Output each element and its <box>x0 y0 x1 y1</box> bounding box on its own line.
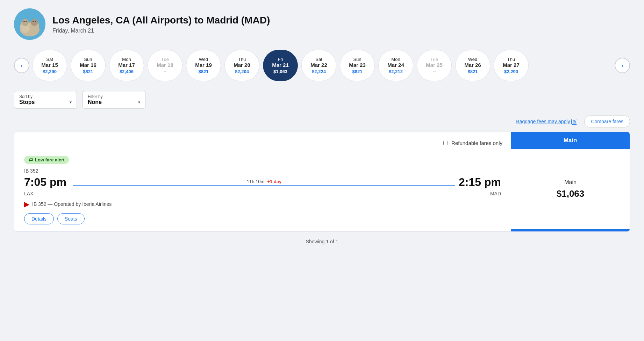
sort-value-row: Stops ▾ <box>19 99 72 105</box>
date-pill-day: Tue <box>430 57 438 62</box>
flight-line <box>73 185 455 186</box>
date-pill-mar-15[interactable]: SatMar 15$2,290 <box>32 50 67 81</box>
date-pill-mar-26[interactable]: WedMar 26$821 <box>455 50 490 81</box>
date-pill-price: $1,063 <box>273 69 287 74</box>
date-pill-mar-23[interactable]: SunMar 23$821 <box>340 50 375 81</box>
date-pill-price: $2,224 <box>312 69 326 74</box>
iberia-icon: ▶ <box>24 200 29 208</box>
svg-point-8 <box>23 21 25 22</box>
filter-chevron-down-icon: ▾ <box>138 100 140 105</box>
date-pill-price: $821 <box>199 69 209 74</box>
svg-point-9 <box>26 21 27 22</box>
airports-row: LAX MAD <box>24 191 501 196</box>
fare-panel-footer <box>511 229 630 231</box>
date-pill-date: Mar 17 <box>118 62 135 68</box>
svg-point-11 <box>35 21 36 22</box>
refundable-section: Refundable fares only <box>14 135 511 146</box>
date-pill-date: Mar 21 <box>272 62 289 68</box>
baggage-fees-link[interactable]: Baggage fees may apply ⊕ <box>516 119 577 125</box>
action-bar: Baggage fees may apply ⊕ Compare fares <box>14 116 630 127</box>
date-pill-date: Mar 26 <box>464 62 481 68</box>
date-pill-day: Mon <box>391 57 400 62</box>
operated-by-text: IB 352 — Operated by Iberia Airlines <box>32 201 112 207</box>
fare-price: $1,063 <box>557 188 585 199</box>
operated-by-row: ▶ IB 352 — Operated by Iberia Airlines <box>24 200 501 208</box>
date-pill-day: Thu <box>507 57 515 62</box>
date-pill-day: Mon <box>122 57 131 62</box>
date-pill-day: Sun <box>353 57 361 62</box>
fare-panel: Main $1,063 <box>511 149 630 231</box>
date-pill-mar-25[interactable]: TueMar 25-- <box>417 50 452 81</box>
date-pill-mar-16[interactable]: SunMar 16$821 <box>71 50 106 81</box>
date-pill-price: $821 <box>83 69 93 74</box>
details-button[interactable]: Details <box>24 213 54 224</box>
date-pill-day: Wed <box>468 57 478 62</box>
date-pill-day: Wed <box>199 57 208 62</box>
filter-label: Filter by <box>88 94 140 99</box>
date-pill-date: Mar 16 <box>80 62 96 68</box>
flight-line-wrapper: 11h 10m +1 day <box>70 179 459 186</box>
date-pill-mar-20[interactable]: ThuMar 20$2,204 <box>224 50 259 81</box>
date-pill-day: Sat <box>46 57 53 62</box>
seats-button[interactable]: Seats <box>57 213 85 224</box>
date-pill-mar-27[interactable]: ThuMar 27$2,290 <box>494 50 529 81</box>
sort-value: Stops <box>19 99 35 105</box>
refundable-checkbox[interactable] <box>443 141 448 145</box>
header-text-block: Los Angeles, CA (All Airports) to Madrid… <box>52 14 270 34</box>
date-pill-date: Mar 25 <box>426 62 443 68</box>
date-pill-price: $821 <box>352 69 363 74</box>
date-pill-day: Tue <box>161 57 169 62</box>
chevron-right-icon: › <box>621 62 623 69</box>
date-pill-mar-24[interactable]: MonMar 24$2,212 <box>378 50 413 81</box>
arrival-time: 2:15 pm <box>459 176 501 189</box>
carousel-next-button[interactable]: › <box>615 58 630 73</box>
flight-times-row: 7:05 pm 11h 10m +1 day 2:15 pm <box>24 176 501 189</box>
date-pill-mar-19[interactable]: WedMar 19$821 <box>186 50 221 81</box>
date-pill-price: $2,290 <box>43 69 57 74</box>
date-pill-date: Mar 20 <box>234 62 250 68</box>
filter-value-row: None ▾ <box>88 99 140 105</box>
date-pill-price: $2,212 <box>389 69 403 74</box>
svg-point-10 <box>33 21 34 22</box>
carousel-prev-button[interactable]: ‹ <box>14 58 29 73</box>
result-card-top: Refundable fares only Main <box>14 132 630 149</box>
filter-dropdown[interactable]: Filter by None ▾ <box>83 91 145 109</box>
sort-chevron-down-icon: ▾ <box>70 100 72 105</box>
sort-label: Sort by <box>19 94 72 99</box>
date-pill-mar-22[interactable]: SatMar 22$2,224 <box>301 50 336 81</box>
date-pill-mar-17[interactable]: MonMar 17$2,406 <box>109 50 144 81</box>
page-title: Los Angeles, CA (All Airports) to Madrid… <box>52 14 270 26</box>
flight-result-card: Refundable fares only Main 🏷 Low fare al… <box>14 132 630 232</box>
origin-airport: LAX <box>24 191 33 196</box>
page-subtitle: Friday, March 21 <box>52 28 270 34</box>
carousel-items: SatMar 15$2,290SunMar 16$821MonMar 17$2,… <box>32 50 612 81</box>
fare-type: Main <box>564 179 577 186</box>
fare-panel-body: Main $1,063 <box>511 149 630 229</box>
tag-icon: 🏷 <box>28 157 33 162</box>
flight-info-panel: 🏷 Low fare alert IB 352 7:05 pm 11h 10m … <box>14 149 511 231</box>
compare-fares-button[interactable]: Compare fares <box>584 116 630 127</box>
sort-dropdown[interactable]: Sort by Stops ▾ <box>14 91 77 109</box>
destination-airport: MAD <box>490 191 501 196</box>
filter-value: None <box>88 99 102 105</box>
date-pill-date: Mar 19 <box>195 62 212 68</box>
refundable-label[interactable]: Refundable fares only <box>443 140 502 146</box>
date-pill-day: Thu <box>238 57 246 62</box>
date-pill-mar-18[interactable]: TueMar 18-- <box>148 50 183 81</box>
main-fare-header: Main <box>511 132 630 149</box>
plus-day: +1 day <box>267 179 281 184</box>
date-pill-price: -- <box>164 69 167 74</box>
date-pill-day: Sat <box>315 57 322 62</box>
date-pill-date: Mar 15 <box>41 62 58 68</box>
controls-row: Sort by Stops ▾ Filter by None ▾ <box>14 91 630 109</box>
date-pill-price: $2,290 <box>504 69 518 74</box>
baggage-fees-text: Baggage fees may apply <box>516 119 570 124</box>
flight-duration-row: 11h 10m +1 day <box>247 179 281 184</box>
date-pill-price: $2,204 <box>235 69 249 74</box>
date-carousel: ‹ SatMar 15$2,290SunMar 16$821MonMar 17$… <box>14 50 630 81</box>
result-card-body: 🏷 Low fare alert IB 352 7:05 pm 11h 10m … <box>14 149 630 231</box>
date-pill-mar-21[interactable]: FriMar 21$1,063 <box>263 50 298 81</box>
date-pill-date: Mar 24 <box>387 62 404 68</box>
date-pill-date: Mar 22 <box>310 62 327 68</box>
flight-buttons: Details Seats <box>24 213 501 224</box>
